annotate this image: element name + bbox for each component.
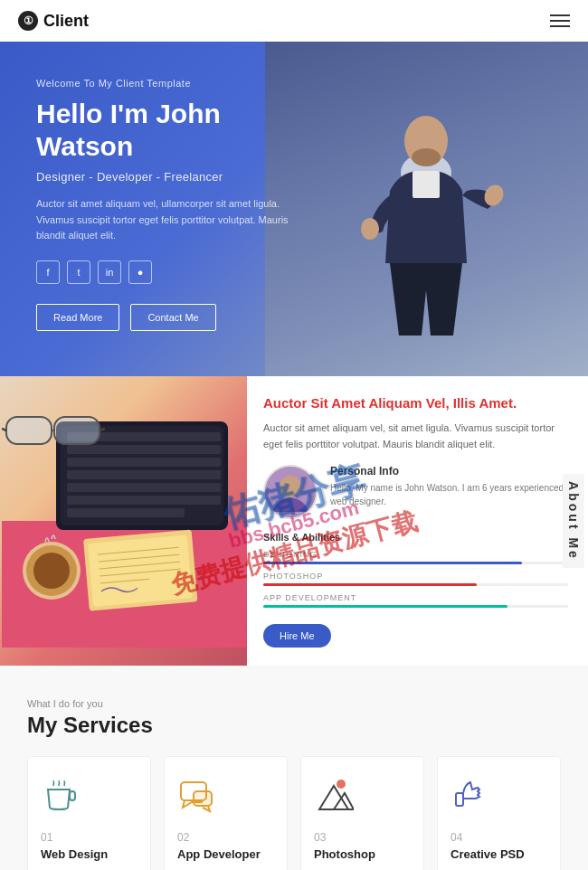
svg-rect-11 <box>67 458 221 467</box>
svg-rect-13 <box>67 483 221 492</box>
service-card: 04 Creative PSD Vivamus suscipit tortort… <box>437 756 561 870</box>
service-name: Photoshop <box>314 847 411 861</box>
service-name: Web Design <box>41 847 138 861</box>
about-section: 佑猪分享 bbs.bcb5.com 免费提供精品资源下载 <box>0 376 588 667</box>
svg-point-2 <box>412 148 441 166</box>
svg-rect-15 <box>67 508 185 517</box>
skill-label: PHOTOSHOP <box>263 572 568 581</box>
social-other[interactable]: ● <box>128 260 152 284</box>
skill-label: APP DEVELOPMENT <box>263 593 568 602</box>
skill-track <box>263 583 568 586</box>
svg-rect-33 <box>70 791 75 800</box>
services-tag: What I do for you <box>27 698 561 709</box>
skill-row: APP DEVELOPMENT <box>263 593 568 608</box>
svg-point-5 <box>361 218 379 240</box>
svg-rect-35 <box>194 791 212 806</box>
about-description: Auctor sit amet aliquam vel, sit amet li… <box>263 421 568 452</box>
logo-icon: ① <box>18 11 38 31</box>
hero-welcome: Welcome To My Client Template <box>36 78 309 89</box>
hero-title: Hello I'm John Watson <box>36 98 309 163</box>
hero-description: Auctor sit amet aliquam vel, ullamcorper… <box>36 196 299 244</box>
social-linkedin[interactable]: in <box>98 260 121 284</box>
contact-me-button[interactable]: Contact Me <box>130 304 215 331</box>
skill-row: DESIGNING <box>263 550 568 564</box>
logo: ① Client <box>18 11 89 31</box>
header: ① Client <box>0 0 588 42</box>
about-image-content <box>0 376 247 667</box>
hero-content: Welcome To My Client Template Hello I'm … <box>36 78 309 331</box>
skill-track <box>263 562 568 564</box>
hamburger-menu[interactable] <box>550 14 570 27</box>
service-icon-wrap <box>314 775 411 818</box>
svg-point-23 <box>33 553 70 589</box>
skill-fill <box>263 583 477 586</box>
social-facebook[interactable]: f <box>36 260 60 284</box>
personal-info-block: Personal Info Hello, My name is John Wat… <box>263 465 568 519</box>
logo-text: Client <box>43 12 89 31</box>
about-heading: Auctor Sit Amet Aliquam Vel, Illis Amet. <box>263 394 568 412</box>
service-icon-wrap <box>177 775 274 818</box>
skill-fill <box>263 605 507 608</box>
skills-title: Skills & Abilities <box>263 532 568 543</box>
about-side-label: About Me <box>563 474 584 568</box>
svg-rect-12 <box>67 470 221 479</box>
skill-label: DESIGNING <box>263 550 568 559</box>
about-right-content: Auctor Sit Amet Aliquam Vel, Illis Amet.… <box>247 376 588 667</box>
service-name: App Developer <box>177 847 274 861</box>
service-num: 03 <box>314 831 411 844</box>
hero-subtitle: Designer - Developer - Freelancer <box>36 170 309 184</box>
svg-marker-37 <box>319 786 348 809</box>
skills-container: DESIGNING PHOTOSHOP APP DEVELOPMENT <box>263 550 568 608</box>
about-left-image <box>0 376 247 667</box>
svg-rect-17 <box>54 417 100 444</box>
hire-me-button[interactable]: Hire Me <box>263 624 331 648</box>
read-more-button[interactable]: Read More <box>36 304 119 331</box>
profile-image <box>263 465 318 519</box>
svg-rect-10 <box>67 445 221 454</box>
skill-track <box>263 605 568 608</box>
service-card: 03 Photoshop Vivamus suscipit tortort eg… <box>300 756 424 870</box>
service-card: 01 Web Design Vivamus suscipit tortort e… <box>27 756 151 870</box>
avatar-svg <box>265 467 316 517</box>
services-section: What I do for you My Services 01 Web Des… <box>0 666 588 870</box>
hero-section: Welcome To My Client Template Hello I'm … <box>0 42 588 376</box>
personal-info-desc: Hello, My name is John Watson. I am 6 ye… <box>330 481 568 508</box>
svg-rect-16 <box>6 417 52 444</box>
social-twitter[interactable]: t <box>67 260 90 284</box>
personal-info-text: Personal Info Hello, My name is John Wat… <box>330 465 568 519</box>
svg-rect-25 <box>88 535 193 607</box>
svg-rect-3 <box>413 171 440 198</box>
service-card: 02 App Developer Vivamus suscipit tortor… <box>164 756 288 870</box>
svg-point-36 <box>337 780 346 789</box>
service-name: Creative PSD <box>450 847 547 861</box>
service-num: 01 <box>41 831 138 844</box>
skill-fill <box>263 562 522 564</box>
svg-rect-14 <box>67 496 221 505</box>
hero-person-image <box>265 42 589 376</box>
services-grid: 01 Web Design Vivamus suscipit tortort e… <box>27 756 561 870</box>
service-num: 02 <box>177 831 274 844</box>
svg-point-32 <box>280 476 301 497</box>
service-icon-wrap <box>450 775 547 818</box>
service-icon-wrap <box>41 775 138 818</box>
service-num: 04 <box>450 831 547 844</box>
personal-info-title: Personal Info <box>330 465 568 478</box>
hero-buttons: Read More Contact Me <box>36 304 309 331</box>
services-title: My Services <box>27 713 561 738</box>
person-svg <box>336 64 517 354</box>
skill-row: PHOTOSHOP <box>263 572 568 586</box>
social-links: f t in ● <box>36 260 309 284</box>
svg-rect-39 <box>456 793 463 806</box>
about-collage-svg <box>2 394 246 648</box>
